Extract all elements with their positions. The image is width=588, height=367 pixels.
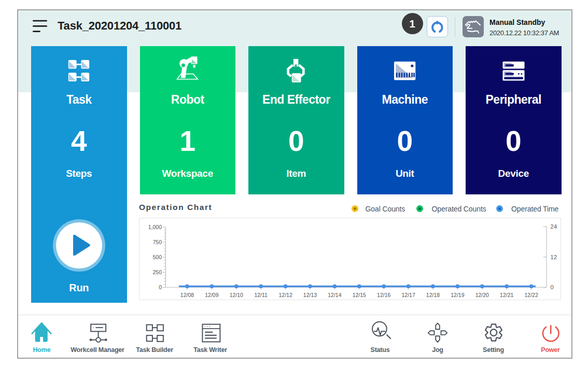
svg-text:24: 24 <box>551 223 557 230</box>
svg-text:12/11: 12/11 <box>254 292 268 298</box>
svg-text:12/15: 12/15 <box>353 292 366 298</box>
svg-text:12/08: 12/08 <box>180 292 194 298</box>
svg-text:12: 12 <box>551 254 557 260</box>
svg-text:500: 500 <box>152 254 162 260</box>
svg-text:12/12: 12/12 <box>278 292 292 298</box>
svg-text:12/09: 12/09 <box>205 292 218 298</box>
svg-text:750: 750 <box>152 239 162 245</box>
svg-text:12/18: 12/18 <box>426 292 440 298</box>
svg-text:250: 250 <box>152 269 162 275</box>
svg-text:1,000: 1,000 <box>148 224 162 230</box>
svg-text:12/10: 12/10 <box>230 292 243 298</box>
svg-text:12/13: 12/13 <box>303 292 317 298</box>
svg-text:12/17: 12/17 <box>401 292 415 298</box>
svg-text:12/16: 12/16 <box>377 292 390 298</box>
svg-text:12/20: 12/20 <box>475 292 489 298</box>
svg-text:0: 0 <box>551 284 554 290</box>
svg-text:12/22: 12/22 <box>524 292 538 298</box>
svg-text:12/19: 12/19 <box>451 292 464 298</box>
svg-text:0: 0 <box>159 284 162 290</box>
svg-text:12/21: 12/21 <box>500 292 513 298</box>
svg-text:12/14: 12/14 <box>328 292 341 298</box>
